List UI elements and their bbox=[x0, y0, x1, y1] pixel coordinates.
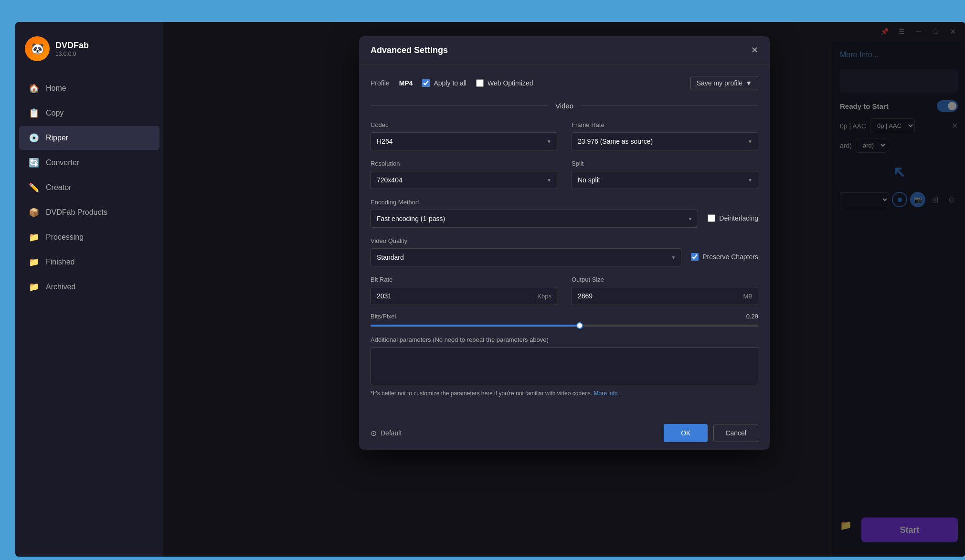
sidebar-item-processing-label: Processing bbox=[46, 233, 84, 242]
output-size-input[interactable] bbox=[572, 287, 758, 305]
bits-pixel-value: 0.29 bbox=[746, 313, 758, 320]
logo-icon: 🐼 bbox=[25, 36, 50, 61]
products-icon: 📦 bbox=[29, 207, 39, 218]
sidebar-item-creator[interactable]: ✏️ Creator bbox=[19, 176, 159, 200]
output-size-field: Output Size MB bbox=[572, 276, 758, 305]
bit-rate-input[interactable] bbox=[371, 287, 557, 305]
additional-params-label: Additional parameters (No need to repeat… bbox=[371, 336, 758, 343]
encoding-method-select[interactable]: Fast encoding (1-pass) HQ encoding (2-pa… bbox=[371, 210, 698, 228]
sidebar-item-home-label: Home bbox=[46, 84, 66, 93]
copy-icon: 📋 bbox=[29, 108, 39, 118]
bit-rate-input-wrapper: Kbps bbox=[371, 287, 557, 305]
app-name: DVDFab bbox=[55, 41, 89, 51]
video-section-divider: Video bbox=[371, 102, 758, 110]
encoding-method-field: Encoding Method Fast encoding (1-pass) H… bbox=[371, 199, 698, 228]
profile-value: MP4 bbox=[399, 79, 413, 87]
video-quality-field: Video Quality Standard High Very High bbox=[371, 237, 681, 266]
warning-text: *It's better not to customize the parame… bbox=[371, 390, 758, 397]
modal-overlay: Advanced Settings ✕ Profile MP4 Apply to… bbox=[163, 22, 965, 557]
frame-rate-select[interactable]: 23.976 (Same as source) 24 25 30 bbox=[572, 132, 758, 150]
main-content: Advanced Settings ✕ Profile MP4 Apply to… bbox=[163, 22, 965, 557]
web-optimized-input[interactable] bbox=[476, 79, 484, 87]
default-radio-icon: ⊙ bbox=[371, 429, 377, 438]
creator-icon: ✏️ bbox=[29, 182, 39, 193]
sidebar-item-converter[interactable]: 🔄 Converter bbox=[19, 151, 159, 175]
split-select-wrapper: No split By size By time bbox=[572, 171, 758, 189]
resolution-field: Resolution 720x404 1280x720 1920x1080 bbox=[371, 160, 557, 189]
slider-fill bbox=[371, 325, 580, 327]
resolution-select-wrapper: 720x404 1280x720 1920x1080 bbox=[371, 171, 557, 189]
save-profile-button[interactable]: Save my profile ▼ bbox=[690, 76, 758, 90]
codec-select-wrapper: H264 H265 MPEG4 bbox=[371, 132, 557, 150]
apply-to-all-input[interactable] bbox=[422, 79, 430, 87]
video-quality-select[interactable]: Standard High Very High bbox=[371, 248, 681, 266]
additional-params-section: Additional parameters (No need to repeat… bbox=[371, 336, 758, 397]
slider-thumb[interactable] bbox=[576, 322, 583, 329]
sidebar-item-creator-label: Creator bbox=[46, 183, 71, 192]
deinterlacing-checkbox[interactable]: Deinterlacing bbox=[708, 214, 758, 222]
web-optimized-checkbox[interactable]: Web Optimized bbox=[476, 79, 533, 87]
dialog-header: Advanced Settings ✕ bbox=[359, 36, 770, 64]
sidebar-item-finished-label: Finished bbox=[46, 258, 74, 266]
sidebar-item-converter-label: Converter bbox=[46, 158, 79, 167]
dialog-close-button[interactable]: ✕ bbox=[751, 45, 758, 55]
preserve-chapters-checkbox[interactable]: Preserve Chapters bbox=[691, 253, 758, 261]
advanced-settings-dialog: Advanced Settings ✕ Profile MP4 Apply to… bbox=[359, 36, 770, 450]
sidebar-item-dvdfab-products[interactable]: 📦 DVDFab Products bbox=[19, 201, 159, 224]
sidebar-item-ripper[interactable]: 💿 Ripper bbox=[19, 126, 159, 150]
ripper-icon: 💿 bbox=[29, 133, 39, 143]
video-section-label: Video bbox=[555, 102, 573, 110]
default-button[interactable]: ⊙ Default bbox=[371, 429, 402, 438]
finished-icon: 📁 bbox=[29, 257, 39, 267]
sidebar: 🐼 DVDFab 13.0.0.0 🏠 Home 📋 Copy 💿 Ripper… bbox=[15, 22, 163, 557]
dropdown-icon: ▼ bbox=[745, 79, 752, 87]
sidebar-item-processing[interactable]: 📁 Processing bbox=[19, 225, 159, 249]
split-select[interactable]: No split By size By time bbox=[572, 171, 758, 189]
processing-icon: 📁 bbox=[29, 232, 39, 243]
app-version: 13.0.0.0 bbox=[55, 51, 89, 57]
sidebar-item-home[interactable]: 🏠 Home bbox=[19, 76, 159, 100]
apply-to-all-label: Apply to all bbox=[434, 79, 466, 87]
save-profile-label: Save my profile bbox=[697, 79, 742, 87]
sidebar-item-copy[interactable]: 📋 Copy bbox=[19, 101, 159, 125]
app-logo: 🐼 DVDFab 13.0.0.0 bbox=[15, 32, 163, 75]
preserve-chapters-input[interactable] bbox=[691, 253, 699, 261]
codec-framerate-row: Codec H264 H265 MPEG4 Frame Rate bbox=[371, 121, 758, 150]
dialog-body: Profile MP4 Apply to all Web Optimized bbox=[359, 64, 770, 416]
bit-rate-unit: Kbps bbox=[537, 293, 551, 300]
sidebar-item-archived[interactable]: 📁 Archived bbox=[19, 275, 159, 299]
preserve-chapters-label: Preserve Chapters bbox=[702, 253, 758, 261]
additional-params-textarea[interactable] bbox=[371, 347, 758, 385]
logo-text: DVDFab 13.0.0.0 bbox=[55, 41, 89, 57]
encoding-method-label: Encoding Method bbox=[371, 199, 698, 206]
bit-rate-field: Bit Rate Kbps bbox=[371, 276, 557, 305]
split-label: Split bbox=[572, 160, 758, 167]
dialog-footer: ⊙ Default OK Cancel bbox=[359, 416, 770, 450]
web-optimized-label: Web Optimized bbox=[488, 79, 533, 87]
more-info-link[interactable]: More info... bbox=[594, 390, 622, 397]
encoding-select-wrapper: Fast encoding (1-pass) HQ encoding (2-pa… bbox=[371, 210, 698, 228]
converter-icon: 🔄 bbox=[29, 158, 39, 168]
archived-icon: 📁 bbox=[29, 282, 39, 292]
slider-header: Bits/Pixel 0.29 bbox=[371, 313, 758, 320]
sidebar-item-ripper-label: Ripper bbox=[46, 134, 68, 142]
output-size-input-wrapper: MB bbox=[572, 287, 758, 305]
footer-right: OK Cancel bbox=[664, 424, 758, 442]
ok-button[interactable]: OK bbox=[664, 424, 708, 442]
home-icon: 🏠 bbox=[29, 83, 39, 94]
encoding-row: Encoding Method Fast encoding (1-pass) H… bbox=[371, 199, 758, 228]
cancel-button[interactable]: Cancel bbox=[713, 424, 758, 442]
resolution-select[interactable]: 720x404 1280x720 1920x1080 bbox=[371, 171, 557, 189]
divider-line-left bbox=[371, 106, 548, 106]
frame-rate-label: Frame Rate bbox=[572, 121, 758, 128]
output-size-label: Output Size bbox=[572, 276, 758, 283]
frame-rate-select-wrapper: 23.976 (Same as source) 24 25 30 bbox=[572, 132, 758, 150]
sidebar-item-products-label: DVDFab Products bbox=[46, 208, 107, 217]
codec-select[interactable]: H264 H265 MPEG4 bbox=[371, 132, 557, 150]
sidebar-item-finished[interactable]: 📁 Finished bbox=[19, 250, 159, 274]
dialog-title: Advanced Settings bbox=[371, 45, 448, 55]
bits-pixel-slider-track[interactable] bbox=[371, 325, 758, 327]
apply-to-all-checkbox[interactable]: Apply to all bbox=[422, 79, 466, 87]
quality-row: Video Quality Standard High Very High bbox=[371, 237, 758, 266]
deinterlacing-input[interactable] bbox=[708, 214, 715, 222]
